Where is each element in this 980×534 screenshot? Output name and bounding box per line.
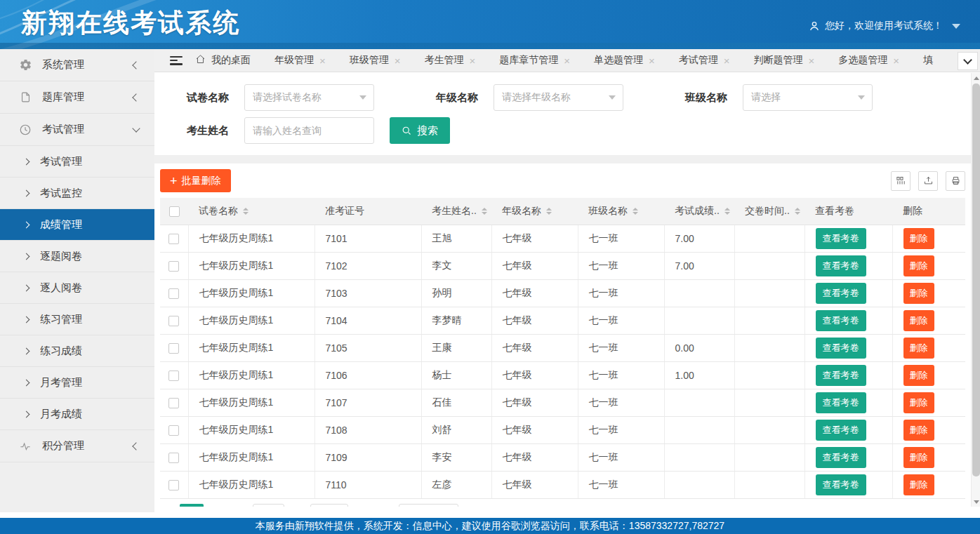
row-checkbox[interactable] xyxy=(168,288,179,299)
delete-button[interactable]: 删除 xyxy=(903,338,934,359)
delete-button[interactable]: 删除 xyxy=(903,283,934,304)
sidebar-item-points-management[interactable]: 积分管理 xyxy=(0,430,154,462)
sidebar-item-exam-management[interactable]: 考试管理 xyxy=(0,114,154,146)
view-paper-button[interactable]: 查看考卷 xyxy=(816,255,866,276)
page-number-button[interactable]: 1 xyxy=(180,504,204,507)
search-button[interactable]: 搜索 xyxy=(390,117,450,144)
sort-icon[interactable] xyxy=(795,208,800,215)
sort-icon[interactable] xyxy=(633,208,638,215)
tab-exam-management[interactable]: 考试管理 × xyxy=(679,54,730,67)
delete-button[interactable]: 删除 xyxy=(903,447,934,468)
tab-close-icon[interactable]: × xyxy=(893,55,899,67)
view-paper-button[interactable]: 查看考卷 xyxy=(816,420,866,441)
goto-page-input[interactable] xyxy=(253,504,284,507)
page-size-select[interactable]: 15 条/页 xyxy=(399,504,459,507)
col-header-time[interactable]: 交卷时间.. xyxy=(734,198,804,225)
tab-fill-blank-management[interactable]: 填 xyxy=(923,54,933,67)
sort-icon[interactable] xyxy=(546,208,552,215)
sidebar-subitem-monthly-exam-management[interactable]: 月考管理 xyxy=(0,367,154,399)
col-header-name[interactable]: 考生姓名.. xyxy=(421,198,491,225)
scroll-up-icon[interactable] xyxy=(972,73,980,83)
sidebar-subitem-monthly-exam-scores[interactable]: 月考成绩 xyxy=(0,399,154,430)
delete-button[interactable]: 删除 xyxy=(903,420,934,441)
row-checkbox[interactable] xyxy=(168,234,179,244)
sidebar-item-system-management[interactable]: 系统管理 xyxy=(0,49,154,81)
user-menu[interactable]: 您好，欢迎使用考试系统！ xyxy=(809,20,960,32)
col-header-grade[interactable]: 年级名称 xyxy=(491,198,578,225)
delete-button[interactable]: 删除 xyxy=(903,255,934,276)
row-checkbox[interactable] xyxy=(168,343,179,354)
tab-close-icon[interactable]: × xyxy=(809,55,815,67)
goto-confirm-button[interactable]: 确定 xyxy=(310,504,348,507)
paper-name-select[interactable]: 请选择试卷名称 xyxy=(244,84,374,111)
tab-overflow-button[interactable] xyxy=(958,52,978,70)
sidebar-fold-icon[interactable] xyxy=(170,56,183,65)
delete-button[interactable]: 删除 xyxy=(903,310,934,331)
row-checkbox[interactable] xyxy=(168,371,179,381)
view-paper-button[interactable]: 查看考卷 xyxy=(816,338,866,359)
delete-button[interactable]: 删除 xyxy=(903,365,934,386)
sort-icon[interactable] xyxy=(243,208,249,215)
view-paper-button[interactable]: 查看考卷 xyxy=(816,474,866,495)
sort-icon[interactable] xyxy=(482,208,487,215)
view-paper-button[interactable]: 查看考卷 xyxy=(816,365,866,386)
tab-close-icon[interactable]: × xyxy=(395,55,401,67)
cell-name: 杨士 xyxy=(421,361,491,389)
sidebar-subitem-score-management[interactable]: 成绩管理 xyxy=(0,209,154,241)
view-paper-button[interactable]: 查看考卷 xyxy=(816,310,866,331)
batch-delete-button[interactable]: + 批量删除 xyxy=(160,169,231,192)
class-name-select[interactable]: 请选择 xyxy=(743,84,873,111)
tab-grade-management[interactable]: 年级管理 × xyxy=(274,54,326,67)
tab-multi-choice-management[interactable]: 多选题管理 × xyxy=(838,54,899,67)
sidebar-item-question-bank[interactable]: 题库管理 xyxy=(0,81,154,114)
pulse-icon xyxy=(18,439,32,453)
tab-close-icon[interactable]: × xyxy=(724,55,730,67)
col-header-view: 查看考卷 xyxy=(804,198,892,225)
view-paper-button[interactable]: 查看考卷 xyxy=(816,392,866,413)
tab-home[interactable]: 我的桌面 xyxy=(195,54,251,67)
tab-label: 判断题管理 xyxy=(754,54,803,67)
sidebar-subitem-grade-by-question[interactable]: 逐题阅卷 xyxy=(0,241,154,272)
tab-close-icon[interactable]: × xyxy=(470,55,476,67)
tab-close-icon[interactable]: × xyxy=(319,55,326,67)
export-button[interactable] xyxy=(918,171,938,191)
row-checkbox[interactable] xyxy=(168,425,179,436)
row-checkbox[interactable] xyxy=(168,480,179,490)
sort-icon[interactable] xyxy=(724,208,730,215)
row-checkbox[interactable] xyxy=(168,453,179,463)
row-checkbox[interactable] xyxy=(168,398,179,408)
tab-single-choice-management[interactable]: 单选题管理 × xyxy=(594,54,655,67)
tab-examinee-management[interactable]: 考生管理 × xyxy=(425,54,476,67)
col-header-paper[interactable]: 试卷名称 xyxy=(188,198,314,225)
sidebar-subitem-practice-scores[interactable]: 练习成绩 xyxy=(0,335,154,367)
columns-toggle-button[interactable] xyxy=(891,171,911,191)
tab-class-management[interactable]: 班级管理 × xyxy=(350,54,401,67)
delete-button[interactable]: 删除 xyxy=(903,474,934,495)
view-paper-button[interactable]: 查看考卷 xyxy=(816,283,866,304)
col-header-class[interactable]: 班级名称 xyxy=(578,198,664,225)
col-header-score[interactable]: 考试成绩.. xyxy=(664,198,734,225)
row-checkbox[interactable] xyxy=(168,316,179,326)
tab-close-icon[interactable]: × xyxy=(564,55,570,67)
scroll-down-icon[interactable] xyxy=(972,497,980,507)
tab-chapter-management[interactable]: 题库章节管理 × xyxy=(499,54,570,67)
examinee-name-input[interactable] xyxy=(244,117,374,144)
sidebar-subitem-practice-management[interactable]: 练习管理 xyxy=(0,304,154,335)
select-all-checkbox[interactable] xyxy=(169,206,180,217)
delete-button[interactable]: 删除 xyxy=(903,392,934,413)
view-paper-button[interactable]: 查看考卷 xyxy=(816,447,866,468)
cell-grade: 七年级 xyxy=(491,252,578,279)
row-checkbox[interactable] xyxy=(168,261,179,272)
delete-button[interactable]: 删除 xyxy=(903,228,934,249)
sidebar-subitem-grade-by-person[interactable]: 逐人阅卷 xyxy=(0,272,154,304)
tab-true-false-management[interactable]: 判断题管理 × xyxy=(754,54,815,67)
chevron-down-icon[interactable] xyxy=(952,24,960,29)
sidebar-subitem-exam-management[interactable]: 考试管理 xyxy=(0,146,154,178)
view-paper-button[interactable]: 查看考卷 xyxy=(816,228,866,249)
vertical-scrollbar[interactable] xyxy=(971,73,980,507)
scrollbar-thumb[interactable] xyxy=(972,84,980,476)
tab-close-icon[interactable]: × xyxy=(649,55,655,67)
print-button[interactable] xyxy=(946,171,965,191)
grade-name-select[interactable]: 请选择年级名称 xyxy=(494,84,623,111)
sidebar-subitem-exam-monitor[interactable]: 考试监控 xyxy=(0,178,154,209)
